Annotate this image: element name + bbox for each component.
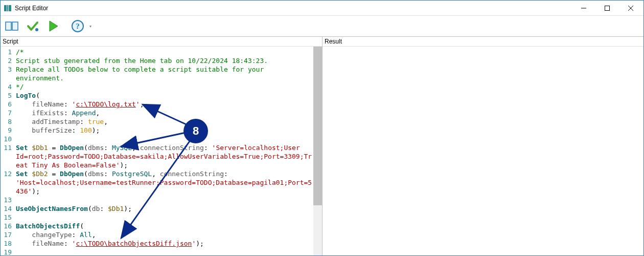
code-area[interactable]: /*Script stub generated from the Home ta…	[14, 47, 313, 255]
title-bar: Script Editor	[1, 1, 643, 16]
result-body	[323, 47, 643, 255]
scroll-thumb[interactable]	[313, 47, 322, 205]
toolbar: ? ▾	[1, 16, 643, 37]
svg-rect-4	[605, 6, 610, 10]
svg-rect-0	[4, 5, 7, 11]
annotation-badge: 8	[185, 120, 207, 142]
script-panel-header: Script	[1, 37, 322, 47]
toolbar-overflow-icon[interactable]: ▾	[88, 24, 93, 29]
window-controls	[572, 1, 642, 16]
script-panel: Script 12345678910111213141516171819 /*S…	[1, 37, 323, 255]
help-button[interactable]: ?	[68, 17, 87, 35]
svg-text:?: ?	[76, 22, 80, 30]
code-editor[interactable]: 12345678910111213141516171819 /*Script s…	[1, 47, 322, 255]
window-title: Script Editor	[15, 5, 572, 12]
svg-rect-1	[7, 5, 8, 11]
validate-button[interactable]	[23, 17, 42, 35]
result-panel: Result	[323, 37, 643, 255]
svg-rect-7	[6, 22, 11, 30]
maximize-button[interactable]	[595, 1, 619, 16]
vertical-scrollbar[interactable]	[313, 47, 322, 255]
line-number-gutter: 12345678910111213141516171819	[1, 47, 14, 255]
svg-rect-8	[12, 22, 18, 30]
run-button[interactable]	[43, 17, 63, 35]
close-button[interactable]	[619, 1, 642, 16]
annotation-badge-text: 8	[193, 124, 199, 138]
workspace: Script 12345678910111213141516171819 /*S…	[1, 37, 643, 255]
minimize-button[interactable]	[572, 1, 595, 16]
svg-rect-2	[9, 5, 11, 11]
app-icon	[4, 4, 12, 12]
result-panel-header: Result	[323, 37, 643, 47]
panels-button[interactable]	[3, 17, 22, 35]
svg-point-9	[35, 28, 38, 31]
